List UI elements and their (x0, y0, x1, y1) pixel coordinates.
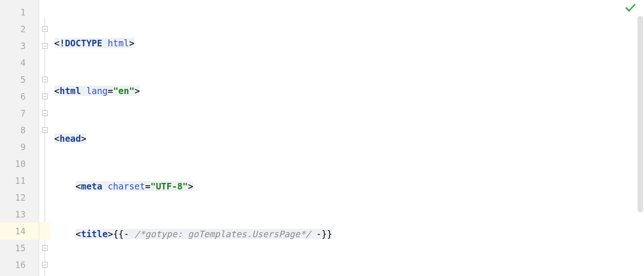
tag-close: > (129, 38, 134, 48)
code-line[interactable]: <head> (50, 130, 644, 147)
code-line[interactable]: <meta charset="UTF-8"> (50, 178, 644, 195)
doctype-attr: html (107, 38, 129, 48)
fold-open-icon[interactable]: – (42, 26, 48, 32)
tag-open: < (54, 86, 59, 96)
gutter: 1 2 3 4 5 6 7 8 9 10 11 12 13 14 15 16 (0, 0, 39, 276)
line-number: 12 (0, 189, 39, 206)
line-number: 9 (0, 138, 39, 155)
attr-name: lang (86, 86, 108, 96)
line-number: 14 (0, 223, 39, 240)
line-number: 13 (0, 206, 39, 223)
attr-value: "UTF-8" (150, 181, 188, 191)
editor-scrollbar[interactable] (637, 16, 643, 212)
tag-open: < (54, 133, 59, 144)
tag-open: <! (54, 38, 65, 48)
equals: = (145, 181, 150, 191)
tag-name: head (59, 133, 81, 144)
fold-open-icon[interactable]: – (42, 43, 48, 49)
fold-close-icon[interactable]: – (42, 245, 48, 251)
line-number: 2 (0, 21, 39, 37)
attr-value: "en" (113, 86, 135, 96)
tag-close: > (188, 181, 193, 191)
tag-name: title (81, 229, 107, 239)
fold-open-icon[interactable]: – (42, 127, 48, 133)
line-number: 1 (0, 4, 39, 21)
line-number: 15 (0, 240, 39, 256)
fold-open-icon[interactable]: – (42, 77, 48, 82)
tag-close: > (107, 229, 113, 239)
fold-close-icon[interactable]: – (42, 110, 48, 116)
tag-name: html (59, 86, 86, 96)
line-number: 10 (0, 155, 39, 172)
inspection-ok-icon (625, 4, 636, 14)
line-number: 6 (0, 88, 39, 105)
indent (54, 181, 76, 191)
code-line[interactable]: <title>{{- /*gotype: goTemplates.UsersPa… (50, 225, 644, 242)
code-line[interactable]: <!DOCTYPE html> (50, 35, 644, 51)
line-number: 4 (0, 54, 39, 71)
line-number: 11 (0, 172, 39, 189)
indent (54, 229, 76, 239)
attr-name: charset (107, 181, 145, 191)
code-line[interactable]: {{.Title}}</title> (50, 273, 644, 276)
fold-close-icon[interactable]: – (42, 94, 48, 99)
tag-open: < (76, 229, 81, 239)
fold-column: – – – – – – – – (39, 0, 50, 276)
go-delim: {{- (113, 229, 135, 239)
tag-open: < (76, 181, 81, 191)
equals: = (107, 86, 113, 96)
line-number: 3 (0, 37, 39, 54)
line-number: 7 (0, 105, 39, 122)
doctype: DOCTYPE (65, 38, 108, 48)
line-number: 5 (0, 71, 39, 88)
fold-close-icon[interactable]: – (42, 262, 48, 268)
line-number: 16 (0, 256, 39, 273)
tag-close: > (81, 133, 86, 144)
go-delim: -}} (311, 229, 332, 239)
go-comment: /*gotype: goTemplates.UsersPage*/ (135, 229, 311, 239)
tag-name: meta (81, 181, 107, 191)
code-line[interactable]: <html lang="en"> (50, 82, 644, 99)
tag-close: > (135, 86, 140, 96)
code-area[interactable]: <!DOCTYPE html> <html lang="en"> <head> … (50, 0, 644, 276)
line-number: 8 (0, 122, 39, 138)
editor[interactable]: 1 2 3 4 5 6 7 8 9 10 11 12 13 14 15 16 –… (0, 0, 644, 276)
